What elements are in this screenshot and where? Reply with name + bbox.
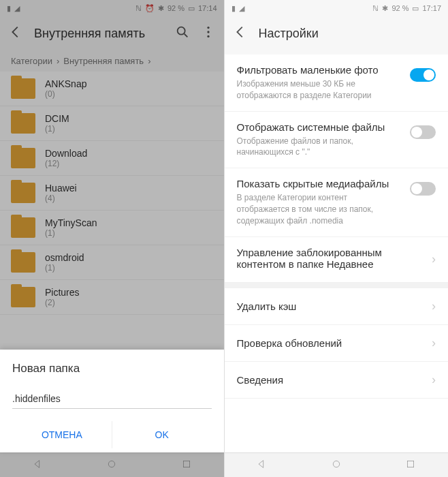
folder-icon: [11, 148, 35, 168]
setting-show-hidden-media[interactable]: Показать скрытые медиафайлы В разделе Ка…: [225, 168, 449, 236]
setting-title: Управление заблокированным контентом в п…: [237, 247, 424, 270]
chevron-right-icon: ›: [432, 336, 436, 350]
svg-point-4: [109, 461, 115, 467]
navigation-bar: [0, 452, 224, 477]
toggle-switch[interactable]: [410, 68, 436, 82]
nav-home-icon[interactable]: [106, 459, 117, 472]
setting-about[interactable]: Сведения ›: [225, 362, 449, 399]
folder-icon: [11, 217, 35, 238]
folder-name: DCIM: [45, 113, 69, 124]
battery-icon: ▭: [188, 4, 195, 13]
nav-home-icon[interactable]: [331, 459, 342, 472]
setting-desc: Отображение файлов и папок, начинающихся…: [237, 136, 402, 159]
chevron-right-icon: ›: [432, 252, 436, 266]
setting-manage-blocked[interactable]: Управление заблокированным контентом в п…: [225, 237, 449, 283]
battery-text: 92 %: [167, 4, 185, 12]
setting-title: Фильтровать маленькие фото: [237, 64, 402, 76]
page-title: Внутренняя память: [34, 27, 164, 41]
svg-point-3: [207, 35, 209, 37]
folder-name: MyTinyScan: [45, 217, 97, 228]
toggle-switch[interactable]: [410, 182, 436, 196]
list-item[interactable]: Download (12): [0, 141, 224, 176]
breadcrumb-path[interactable]: Внутренняя память: [63, 56, 144, 66]
folder-icon: [11, 287, 35, 307]
list-item[interactable]: MyTinyScan (1): [0, 211, 224, 245]
clock-text: 17:14: [198, 4, 217, 12]
folder-icon: [11, 113, 35, 134]
folder-count: (4): [45, 194, 77, 203]
svg-rect-5: [183, 461, 189, 467]
nav-recent-icon[interactable]: [181, 459, 192, 472]
settings-list: Фильтровать маленькие фото Изображения м…: [225, 55, 449, 452]
svg-point-6: [333, 461, 339, 467]
chevron-right-icon: ›: [432, 299, 436, 313]
alarm-icon: ⏰: [145, 4, 155, 13]
dialog-title: Новая папка: [12, 362, 212, 375]
folder-count: (0): [45, 89, 86, 99]
folder-icon: [11, 183, 35, 203]
battery-text: 92 %: [391, 4, 409, 12]
setting-title: Показать скрытые медиафайлы: [237, 178, 402, 189]
list-item[interactable]: ANKSnap (0): [0, 72, 224, 106]
nfc-icon: ℕ: [372, 4, 379, 13]
folder-name: Download: [45, 148, 87, 159]
settings-screen: ▮ ◢ ℕ ✱ 92 % ▭ 17:17 Настройки Фильтрова…: [225, 0, 449, 477]
back-icon[interactable]: [8, 25, 23, 42]
toggle-switch[interactable]: [410, 125, 436, 139]
item-label: Проверка обновлений: [237, 337, 342, 349]
folder-count: (1): [45, 124, 69, 134]
folder-name: Pictures: [45, 287, 80, 298]
cancel-button[interactable]: ОТМЕНА: [12, 421, 112, 448]
status-bar: ▮ ◢ ℕ ✱ 92 % ▭ 17:17: [225, 0, 449, 16]
folder-name: Huawei: [45, 183, 77, 194]
list-item[interactable]: osmdroid (1): [0, 245, 224, 280]
chevron-right-icon: ›: [148, 56, 150, 66]
folder-name: ANKSnap: [45, 78, 86, 89]
list-item[interactable]: Huawei (4): [0, 176, 224, 211]
setting-show-system-files[interactable]: Отображать системные файлы Отображение ф…: [225, 112, 449, 169]
navigation-bar: [225, 452, 449, 477]
bt-icon: ✱: [382, 4, 388, 13]
clock-text: 17:17: [422, 4, 441, 12]
chevron-right-icon: ›: [432, 373, 436, 387]
ok-button[interactable]: OK: [112, 421, 212, 448]
setting-check-updates[interactable]: Проверка обновлений ›: [225, 325, 449, 362]
app-bar: Внутренняя память: [0, 16, 224, 50]
nav-back-icon[interactable]: [256, 459, 267, 472]
folder-icon: [11, 252, 35, 273]
list-item[interactable]: Pictures (2): [0, 280, 224, 315]
list-item[interactable]: DCIM (1): [0, 106, 224, 141]
folder-count: (1): [45, 263, 84, 273]
folder-name-input[interactable]: [12, 389, 212, 409]
svg-point-2: [207, 31, 209, 33]
nfc-icon: ℕ: [135, 4, 142, 13]
svg-rect-7: [408, 461, 414, 467]
setting-clear-cache[interactable]: Удалить кэш ›: [225, 288, 449, 325]
breadcrumb-root[interactable]: Категории: [11, 56, 52, 66]
folder-count: (1): [45, 228, 97, 238]
status-bar: ▮ ◢ ℕ ⏰ ✱ 92 % ▭ 17:14: [0, 0, 224, 16]
nav-recent-icon[interactable]: [405, 459, 416, 472]
nav-back-icon[interactable]: [32, 459, 43, 472]
signal-icon: ▮: [231, 4, 236, 13]
setting-filter-small-photos[interactable]: Фильтровать маленькие фото Изображения м…: [225, 55, 449, 112]
setting-desc: В разделе Категории контент отображается…: [237, 192, 402, 226]
svg-point-1: [207, 27, 209, 29]
section-divider: [225, 283, 449, 288]
folder-count: (2): [45, 298, 80, 307]
new-folder-dialog: Новая папка ОТМЕНА OK: [0, 350, 224, 452]
item-label: Удалить кэш: [237, 301, 297, 312]
bt-icon: ✱: [158, 4, 164, 13]
page-title: Настройки: [259, 27, 441, 41]
wifi-icon: ◢: [14, 4, 20, 13]
back-icon[interactable]: [233, 25, 248, 42]
folder-icon: [11, 78, 35, 99]
folder-count: (12): [45, 159, 87, 168]
signal-icon: ▮: [7, 4, 11, 13]
svg-point-0: [177, 27, 185, 35]
search-icon[interactable]: [175, 25, 190, 42]
more-icon[interactable]: [201, 25, 216, 42]
chevron-right-icon: ›: [57, 56, 59, 66]
breadcrumb[interactable]: Категории › Внутренняя память ›: [0, 50, 224, 72]
setting-desc: Изображения меньше 30 КБ не отображаются…: [237, 78, 402, 102]
